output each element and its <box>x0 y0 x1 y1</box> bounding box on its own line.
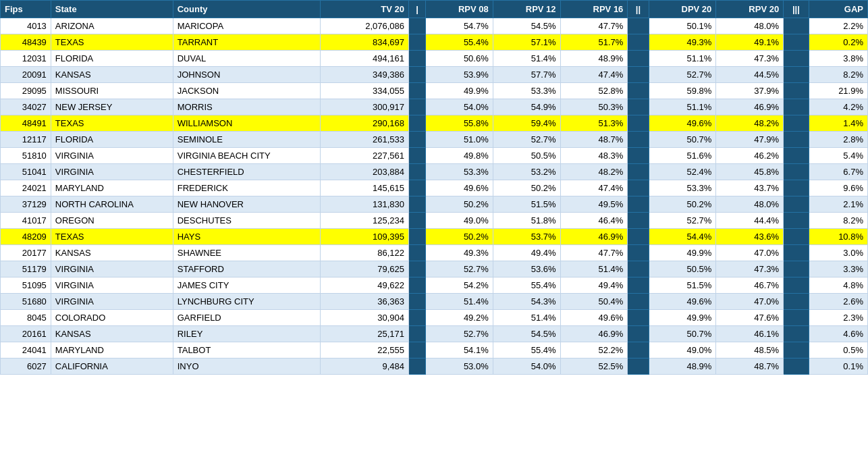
cell-dpv20: 49.6% <box>649 115 716 132</box>
cell-county: SHAWNEE <box>173 245 320 261</box>
cell-sep2 <box>628 132 649 148</box>
cell-dpv20: 50.7% <box>649 326 716 342</box>
cell-rpv12: 51.8% <box>493 213 560 229</box>
cell-gap: 4.2% <box>809 99 867 115</box>
col-county: County <box>173 1 320 18</box>
cell-county: VIRGINIA BEACH CITY <box>173 148 320 164</box>
cell-rpv16: 48.9% <box>560 51 628 67</box>
cell-gap: 8.2% <box>809 67 867 83</box>
cell-rpv16: 46.9% <box>560 326 628 342</box>
cell-rpv20: 46.7% <box>716 277 784 294</box>
cell-tv20: 36,363 <box>321 294 409 310</box>
cell-rpv16: 46.9% <box>560 229 628 245</box>
cell-rpv08: 52.7% <box>425 261 493 277</box>
cell-sep1 <box>409 51 426 67</box>
cell-rpv16: 47.4% <box>560 180 628 196</box>
cell-gap: 1.4% <box>809 115 867 132</box>
cell-sep1 <box>409 294 426 310</box>
cell-rpv20: 47.3% <box>716 51 784 67</box>
col-rpv08: RPV 08 <box>425 1 493 18</box>
cell-rpv08: 54.0% <box>425 99 493 115</box>
table-row: 12117FLORIDASEMINOLE261,53351.0%52.7%48.… <box>1 132 868 148</box>
cell-gap: 10.8% <box>809 229 867 245</box>
table-row: 51680VIRGINIALYNCHBURG CITY36,36351.4%54… <box>1 294 868 310</box>
cell-sep3 <box>784 342 809 359</box>
cell-sep3 <box>784 164 809 180</box>
cell-sep2 <box>628 34 649 51</box>
cell-county: HAYS <box>173 229 320 245</box>
col-sep3: ||| <box>784 1 809 18</box>
cell-rpv16: 52.5% <box>560 359 628 375</box>
cell-fips: 51041 <box>1 164 51 180</box>
cell-sep1 <box>409 359 426 375</box>
col-sep1: | <box>409 1 426 18</box>
cell-sep1 <box>409 245 426 261</box>
cell-rpv08: 54.7% <box>425 18 493 34</box>
cell-dpv20: 59.8% <box>649 83 716 99</box>
cell-fips: 24021 <box>1 180 51 196</box>
cell-rpv12: 54.0% <box>493 359 560 375</box>
cell-sep2 <box>628 326 649 342</box>
cell-dpv20: 52.7% <box>649 213 716 229</box>
table-row: 48209TEXASHAYS109,39550.2%53.7%46.9%54.4… <box>1 229 868 245</box>
cell-state: FLORIDA <box>51 132 173 148</box>
cell-state: FLORIDA <box>51 51 173 67</box>
cell-sep3 <box>784 359 809 375</box>
table-row: 12031FLORIDADUVAL494,16150.6%51.4%48.9%5… <box>1 51 868 67</box>
cell-rpv08: 50.2% <box>425 229 493 245</box>
cell-rpv12: 53.2% <box>493 164 560 180</box>
cell-rpv08: 49.3% <box>425 245 493 261</box>
cell-county: JACKSON <box>173 83 320 99</box>
cell-dpv20: 49.9% <box>649 245 716 261</box>
cell-fips: 20177 <box>1 245 51 261</box>
cell-dpv20: 49.6% <box>649 294 716 310</box>
cell-rpv20: 48.0% <box>716 196 784 213</box>
cell-rpv08: 49.8% <box>425 148 493 164</box>
col-tv20: TV 20 <box>321 1 409 18</box>
cell-fips: 34027 <box>1 99 51 115</box>
cell-gap: 3.0% <box>809 245 867 261</box>
col-fips: Fips <box>1 1 51 18</box>
cell-rpv20: 48.7% <box>716 359 784 375</box>
col-sep2: || <box>628 1 649 18</box>
cell-gap: 6.7% <box>809 164 867 180</box>
cell-state: VIRGINIA <box>51 277 173 294</box>
cell-sep1 <box>409 99 426 115</box>
cell-rpv20: 44.5% <box>716 67 784 83</box>
cell-dpv20: 53.3% <box>649 180 716 196</box>
cell-rpv20: 45.8% <box>716 164 784 180</box>
cell-sep2 <box>628 261 649 277</box>
table-row: 41017OREGONDESCHUTES125,23449.0%51.8%46.… <box>1 213 868 229</box>
cell-sep3 <box>784 196 809 213</box>
cell-county: FREDERICK <box>173 180 320 196</box>
cell-county: MARICOPA <box>173 18 320 34</box>
cell-sep2 <box>628 245 649 261</box>
cell-sep1 <box>409 261 426 277</box>
cell-sep3 <box>784 180 809 196</box>
cell-dpv20: 50.2% <box>649 196 716 213</box>
cell-sep2 <box>628 294 649 310</box>
cell-rpv16: 50.3% <box>560 99 628 115</box>
cell-rpv20: 46.1% <box>716 326 784 342</box>
cell-rpv08: 54.1% <box>425 342 493 359</box>
cell-rpv12: 52.7% <box>493 132 560 148</box>
cell-tv20: 334,055 <box>321 83 409 99</box>
cell-dpv20: 52.4% <box>649 164 716 180</box>
cell-sep2 <box>628 115 649 132</box>
cell-sep3 <box>784 83 809 99</box>
cell-tv20: 109,395 <box>321 229 409 245</box>
cell-tv20: 125,234 <box>321 213 409 229</box>
cell-county: MORRIS <box>173 99 320 115</box>
cell-tv20: 9,484 <box>321 359 409 375</box>
cell-rpv16: 49.5% <box>560 196 628 213</box>
cell-sep2 <box>628 148 649 164</box>
cell-rpv16: 48.7% <box>560 132 628 148</box>
cell-rpv20: 37.9% <box>716 83 784 99</box>
table-row: 24021MARYLANDFREDERICK145,61549.6%50.2%4… <box>1 180 868 196</box>
cell-dpv20: 49.9% <box>649 310 716 326</box>
cell-dpv20: 50.7% <box>649 132 716 148</box>
cell-rpv08: 52.7% <box>425 326 493 342</box>
col-gap: GAP <box>809 1 867 18</box>
cell-dpv20: 51.1% <box>649 99 716 115</box>
cell-rpv16: 47.7% <box>560 245 628 261</box>
